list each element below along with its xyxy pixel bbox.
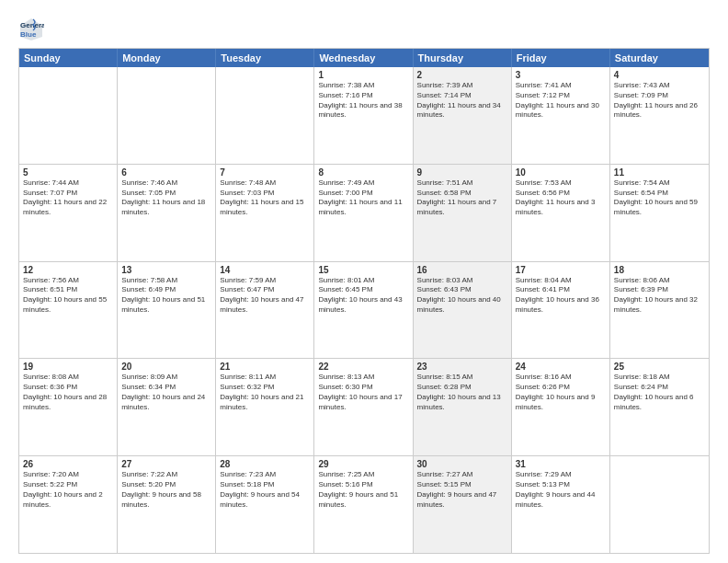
calendar-row-3: 19Sunrise: 8:08 AM Sunset: 6:36 PM Dayli… (19, 358, 709, 455)
day-number: 11 (614, 167, 705, 178)
cal-cell-14: 14Sunrise: 7:59 AM Sunset: 6:47 PM Dayli… (216, 262, 314, 359)
cell-info: Sunrise: 7:22 AM Sunset: 5:20 PM Dayligh… (121, 470, 211, 510)
cell-info: Sunrise: 8:06 AM Sunset: 6:39 PM Dayligh… (614, 276, 705, 316)
header-day-friday: Friday (512, 49, 610, 67)
logo: General Blue (18, 17, 48, 42)
day-number: 30 (417, 459, 507, 469)
cal-cell-4: 4Sunrise: 7:43 AM Sunset: 7:09 PM Daylig… (610, 67, 709, 164)
day-number: 28 (220, 459, 310, 469)
cal-cell-8: 8Sunrise: 7:49 AM Sunset: 7:00 PM Daylig… (314, 165, 413, 261)
cal-cell-21: 21Sunrise: 8:11 AM Sunset: 6:32 PM Dayli… (216, 359, 314, 455)
cal-cell-9: 9Sunrise: 7:51 AM Sunset: 6:58 PM Daylig… (414, 165, 512, 261)
cal-cell-26: 26Sunrise: 7:20 AM Sunset: 5:22 PM Dayli… (19, 456, 118, 553)
cal-cell-empty (216, 67, 314, 164)
cal-cell-31: 31Sunrise: 7:29 AM Sunset: 5:13 PM Dayli… (512, 456, 610, 553)
cal-cell-29: 29Sunrise: 7:25 AM Sunset: 5:16 PM Dayli… (314, 456, 413, 553)
cal-cell-23: 23Sunrise: 8:15 AM Sunset: 6:28 PM Dayli… (414, 359, 512, 455)
calendar-row-1: 5Sunrise: 7:44 AM Sunset: 7:07 PM Daylig… (19, 164, 709, 261)
day-number: 23 (417, 362, 507, 372)
calendar-body: 1Sunrise: 7:38 AM Sunset: 7:16 PM Daylig… (19, 67, 709, 553)
day-number: 1 (318, 70, 408, 80)
cal-cell-24: 24Sunrise: 8:16 AM Sunset: 6:26 PM Dayli… (512, 359, 610, 455)
logo-icon: General Blue (18, 17, 44, 42)
cal-cell-15: 15Sunrise: 8:01 AM Sunset: 6:45 PM Dayli… (314, 262, 413, 359)
calendar-row-2: 12Sunrise: 7:56 AM Sunset: 6:51 PM Dayli… (19, 261, 709, 359)
cell-info: Sunrise: 7:58 AM Sunset: 6:49 PM Dayligh… (121, 276, 211, 316)
cal-cell-12: 12Sunrise: 7:56 AM Sunset: 6:51 PM Dayli… (19, 262, 118, 359)
header-day-saturday: Saturday (610, 49, 709, 67)
day-number: 3 (516, 70, 606, 80)
day-number: 6 (121, 167, 211, 178)
day-number: 22 (318, 362, 408, 372)
calendar-row-0: 1Sunrise: 7:38 AM Sunset: 7:16 PM Daylig… (19, 67, 709, 164)
cal-cell-13: 13Sunrise: 7:58 AM Sunset: 6:49 PM Dayli… (118, 262, 216, 359)
day-number: 5 (23, 167, 113, 178)
day-number: 19 (23, 362, 113, 372)
day-number: 14 (220, 265, 310, 275)
calendar: SundayMondayTuesdayWednesdayThursdayFrid… (18, 48, 710, 554)
cell-info: Sunrise: 8:15 AM Sunset: 6:28 PM Dayligh… (417, 373, 507, 412)
day-number: 9 (417, 167, 507, 178)
day-number: 8 (318, 167, 408, 178)
day-number: 27 (121, 459, 211, 469)
day-number: 7 (220, 167, 310, 178)
day-number: 10 (516, 167, 606, 178)
cell-info: Sunrise: 7:48 AM Sunset: 7:03 PM Dayligh… (220, 178, 310, 218)
cal-cell-30: 30Sunrise: 7:27 AM Sunset: 5:15 PM Dayli… (414, 456, 512, 553)
cal-cell-27: 27Sunrise: 7:22 AM Sunset: 5:20 PM Dayli… (118, 456, 216, 553)
svg-text:General: General (20, 21, 44, 29)
day-number: 25 (614, 362, 705, 372)
day-number: 16 (417, 265, 507, 275)
cal-cell-1: 1Sunrise: 7:38 AM Sunset: 7:16 PM Daylig… (314, 67, 413, 164)
cal-cell-28: 28Sunrise: 7:23 AM Sunset: 5:18 PM Dayli… (216, 456, 314, 553)
day-number: 12 (23, 265, 113, 275)
cell-info: Sunrise: 7:53 AM Sunset: 6:56 PM Dayligh… (516, 178, 606, 218)
cell-info: Sunrise: 7:39 AM Sunset: 7:14 PM Dayligh… (417, 81, 507, 121)
cell-info: Sunrise: 7:41 AM Sunset: 7:12 PM Dayligh… (516, 81, 606, 121)
cell-info: Sunrise: 8:01 AM Sunset: 6:45 PM Dayligh… (318, 276, 408, 316)
cal-cell-3: 3Sunrise: 7:41 AM Sunset: 7:12 PM Daylig… (512, 67, 610, 164)
cal-cell-11: 11Sunrise: 7:54 AM Sunset: 6:54 PM Dayli… (610, 165, 709, 261)
calendar-row-4: 26Sunrise: 7:20 AM Sunset: 5:22 PM Dayli… (19, 455, 709, 553)
calendar-header: SundayMondayTuesdayWednesdayThursdayFrid… (19, 49, 709, 67)
cell-info: Sunrise: 7:49 AM Sunset: 7:00 PM Dayligh… (318, 178, 408, 218)
cell-info: Sunrise: 7:29 AM Sunset: 5:13 PM Dayligh… (516, 470, 606, 510)
cell-info: Sunrise: 8:18 AM Sunset: 6:24 PM Dayligh… (614, 373, 705, 412)
svg-text:Blue: Blue (20, 30, 37, 39)
cell-info: Sunrise: 8:16 AM Sunset: 6:26 PM Dayligh… (516, 373, 606, 412)
cal-cell-10: 10Sunrise: 7:53 AM Sunset: 6:56 PM Dayli… (512, 165, 610, 261)
cal-cell-22: 22Sunrise: 8:13 AM Sunset: 6:30 PM Dayli… (314, 359, 413, 455)
page: General Blue SundayMondayTuesdayWednesda… (0, 0, 728, 563)
header: General Blue (18, 15, 710, 42)
cell-info: Sunrise: 7:25 AM Sunset: 5:16 PM Dayligh… (318, 470, 408, 510)
cal-cell-16: 16Sunrise: 8:03 AM Sunset: 6:43 PM Dayli… (414, 262, 512, 359)
header-day-monday: Monday (118, 49, 216, 67)
cell-info: Sunrise: 8:13 AM Sunset: 6:30 PM Dayligh… (318, 373, 408, 412)
cell-info: Sunrise: 8:11 AM Sunset: 6:32 PM Dayligh… (220, 373, 310, 412)
cell-info: Sunrise: 8:09 AM Sunset: 6:34 PM Dayligh… (121, 373, 211, 412)
cell-info: Sunrise: 8:04 AM Sunset: 6:41 PM Dayligh… (516, 276, 606, 316)
cell-info: Sunrise: 7:20 AM Sunset: 5:22 PM Dayligh… (23, 470, 113, 510)
cal-cell-empty (118, 67, 216, 164)
cell-info: Sunrise: 7:46 AM Sunset: 7:05 PM Dayligh… (121, 178, 211, 218)
day-number: 15 (318, 265, 408, 275)
day-number: 24 (516, 362, 606, 372)
day-number: 26 (23, 459, 113, 469)
day-number: 13 (121, 265, 211, 275)
cal-cell-5: 5Sunrise: 7:44 AM Sunset: 7:07 PM Daylig… (19, 165, 118, 261)
header-day-sunday: Sunday (19, 49, 118, 67)
cal-cell-17: 17Sunrise: 8:04 AM Sunset: 6:41 PM Dayli… (512, 262, 610, 359)
cal-cell-25: 25Sunrise: 8:18 AM Sunset: 6:24 PM Dayli… (610, 359, 709, 455)
cal-cell-empty (19, 67, 118, 164)
cal-cell-19: 19Sunrise: 8:08 AM Sunset: 6:36 PM Dayli… (19, 359, 118, 455)
day-number: 4 (614, 70, 705, 80)
cal-cell-6: 6Sunrise: 7:46 AM Sunset: 7:05 PM Daylig… (118, 165, 216, 261)
cell-info: Sunrise: 7:27 AM Sunset: 5:15 PM Dayligh… (417, 470, 507, 510)
header-day-thursday: Thursday (414, 49, 512, 67)
cell-info: Sunrise: 7:54 AM Sunset: 6:54 PM Dayligh… (614, 178, 705, 218)
cal-cell-2: 2Sunrise: 7:39 AM Sunset: 7:14 PM Daylig… (414, 67, 512, 164)
cell-info: Sunrise: 8:03 AM Sunset: 6:43 PM Dayligh… (417, 276, 507, 316)
day-number: 20 (121, 362, 211, 372)
day-number: 2 (417, 70, 507, 80)
header-day-wednesday: Wednesday (314, 49, 413, 67)
